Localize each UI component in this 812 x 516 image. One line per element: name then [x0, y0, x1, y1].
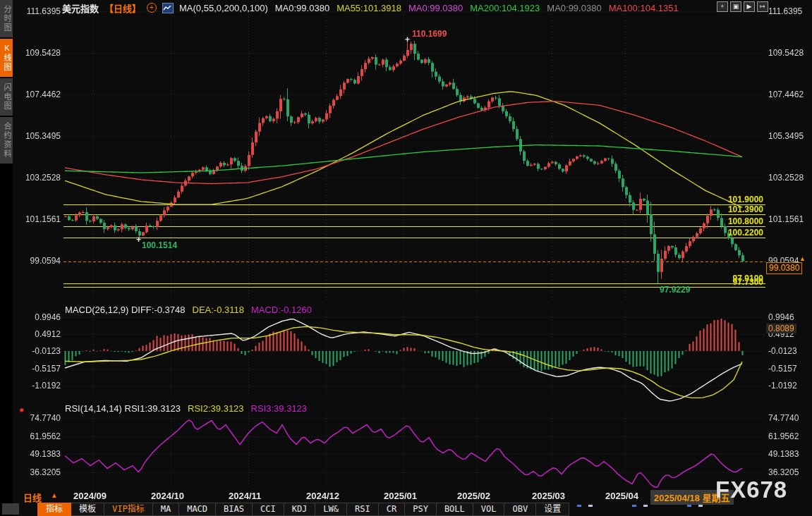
indicator-toolbar: 指标模板VIP指标MAMACDBIASCCIKDJLW&RSICRPSYBOLL… [37, 503, 569, 516]
toolbar-item-VOL[interactable]: VOL [473, 503, 505, 516]
macd-header: MACD(26,12,9) DIFF:-0.3748 DEA:-0.3118 M… [65, 305, 312, 315]
ma-readouts: MA(0,55,0,200,0,100)MA0:99.0380MA55:101.… [179, 3, 679, 13]
price-line-label: 100.2200 [650, 228, 763, 238]
ma-readout: MA0:99.0380 [408, 3, 463, 13]
sidebar-item-1[interactable]: 分时图 [0, 0, 13, 37]
sidebar-item-2[interactable]: K线图 [0, 39, 13, 77]
x-axis-month: 2025/01 [384, 491, 417, 501]
x-axis-month: 2025/02 [457, 491, 490, 501]
axis-tick-label: 36.3205 [16, 467, 61, 477]
window-icons: +▣▶↦ [717, 1, 768, 12]
axis-tick-label: 101.1561 [16, 214, 61, 224]
ma-readout: MA55:101.3918 [337, 3, 401, 13]
axis-tick-label: 111.6395 [768, 6, 812, 16]
axis-tick-label: 107.4462 [768, 90, 812, 99]
collapse-right-icon[interactable]: ↦ [757, 1, 768, 12]
toolbar-item-设置[interactable]: 设置 [536, 503, 569, 516]
toolbar-item-MA[interactable]: MA [153, 503, 179, 516]
x-axis-month: 2024/12 [306, 491, 339, 501]
axis-tick-label: 101.1561 [768, 214, 812, 224]
price-chart-canvas[interactable] [0, 0, 812, 516]
x-axis-month: 2024/11 [229, 491, 261, 501]
axis-tick-label: 107.4462 [16, 90, 61, 99]
toolbar-item-VIP指标[interactable]: VIP指标 [104, 503, 153, 516]
price-line-label: 101.3900 [650, 204, 763, 214]
rsi1-label: RSI(14,14,14) RSI1:39.3123 [65, 403, 181, 414]
axis-tick-label: 61.9562 [768, 431, 812, 441]
rsi2-label: RSI2:39.3123 [188, 403, 244, 414]
axis-tick-label: 0.4912 [16, 329, 61, 339]
axis-tick-label: 111.6395 [16, 6, 61, 16]
toolbar-item-BOLL[interactable]: BOLL [437, 503, 473, 516]
axis-tick-label: 109.5428 [16, 48, 61, 58]
axis-tick-label: -0.5157 [16, 364, 61, 374]
app-window: 分时图K线图闪电图合约资料 美元指数【日线】 + MA(0,55,0,200,0… [0, 0, 812, 516]
toolbar-item-OBV[interactable]: OBV [504, 503, 536, 516]
macd-macd-label: MACD:-0.1260 [251, 305, 312, 315]
macd-params-label: MACD(26,12,9) DIFF:-0.3748 [65, 305, 186, 315]
axis-tick-label: -0.0123 [16, 346, 61, 356]
sidebar-item-3[interactable]: 闪电图 [0, 78, 13, 116]
scale-box-icon[interactable]: ▣ [730, 1, 741, 12]
axis-tick-label: 61.9562 [16, 431, 61, 441]
price-line-label: 100.8000 [650, 216, 763, 226]
rsi-header: RSI(14,14,14) RSI1:39.3123 RSI2:39.3123 … [65, 403, 307, 414]
toolbar-item-RSI[interactable]: RSI [347, 503, 379, 516]
price-up-arrow-icon: ▲ [799, 255, 806, 262]
ma-readout: MA0:99.0380 [547, 3, 601, 13]
x-axis-month: 2024/10 [151, 491, 184, 501]
low-price-annotation: 97.9229 [660, 285, 690, 295]
sidebar-item-4[interactable]: 合约资料 [0, 117, 13, 164]
interval-tag: 【日线】 [104, 1, 141, 15]
axis-tick-label: 74.7740 [16, 413, 61, 423]
toolbar-item-CCI[interactable]: CCI [253, 503, 284, 516]
axis-tick-label: 103.2528 [16, 173, 61, 183]
overlay-chart-icon[interactable] [162, 3, 174, 13]
x-axis-month: 2024/09 [73, 491, 107, 501]
axis-tick-label: -0.0123 [768, 346, 812, 356]
axis-tick-label: 0.9946 [16, 312, 61, 322]
high-price-annotation: 110.1699 [412, 29, 447, 39]
pan-icon[interactable]: + [717, 1, 728, 12]
axis-tick-label: 49.1383 [768, 449, 812, 459]
axis-tick-label: 74.7740 [768, 413, 812, 423]
axis-tick-label: 103.2528 [768, 173, 812, 183]
macd-dea-label: DEA:-0.3118 [193, 305, 244, 315]
price-line-label: 101.9000 [650, 195, 763, 204]
brand-watermark: FX678 [715, 477, 787, 503]
resize-corner[interactable] [2, 503, 19, 515]
playback-icon[interactable]: ▶ [744, 1, 755, 12]
chart-header: 美元指数【日线】 + MA(0,55,0,200,0,100)MA0:99.03… [62, 2, 679, 13]
low-cross-marker: + [136, 235, 141, 245]
toolbar-item-KDJ[interactable]: KDJ [284, 503, 316, 516]
low-price-annotation: 100.1514 [142, 240, 177, 250]
axis-tick-label: -1.0192 [768, 381, 812, 391]
interval-caret-icon[interactable]: ▲ [51, 491, 58, 499]
toolbar-item-模板[interactable]: 模板 [71, 503, 104, 516]
axis-tick-label: -0.5157 [768, 364, 812, 374]
toolbar-item-CR[interactable]: CR [379, 503, 405, 516]
toolbar-item-MACD[interactable]: MACD [179, 503, 216, 516]
x-axis-month: 2025/03 [532, 491, 565, 501]
add-indicator-icon[interactable]: + [147, 3, 157, 13]
current-price-box: 99.0380 [766, 262, 802, 274]
axis-tick-label: 49.1383 [16, 449, 61, 459]
toolbar-item-LW&[interactable]: LW& [315, 503, 347, 516]
axis-tick-label: 105.3495 [16, 131, 61, 141]
axis-tick-label: 99.0594 [16, 256, 61, 266]
rsi3-label: RSI3:39.3123 [251, 403, 308, 414]
x-axis-month: 2025/04 [605, 491, 638, 501]
ma-readout: MA0:99.0380 [275, 3, 329, 13]
toolbar-item-指标[interactable]: 指标 [37, 503, 71, 516]
chart-type-sidebar: 分时图K线图闪电图合约资料 [0, 0, 13, 516]
toolbar-item-BIAS[interactable]: BIAS [216, 503, 253, 516]
ma-readout: MA100:104.1351 [609, 3, 679, 13]
ma-readout: MA(0,55,0,200,0,100) [179, 3, 268, 13]
macd-current-value-box: 0.8089 [766, 324, 796, 333]
ma-readout: MA200:104.1923 [470, 3, 540, 13]
axis-tick-label: -1.0192 [16, 381, 61, 391]
axis-tick-label: 109.5428 [768, 48, 812, 58]
axis-tick-label: 0.9946 [768, 312, 812, 322]
date-axis: 日线 ▲ 2024/092024/102024/112024/122025/01… [0, 491, 812, 503]
toolbar-item-PSY[interactable]: PSY [405, 503, 437, 516]
